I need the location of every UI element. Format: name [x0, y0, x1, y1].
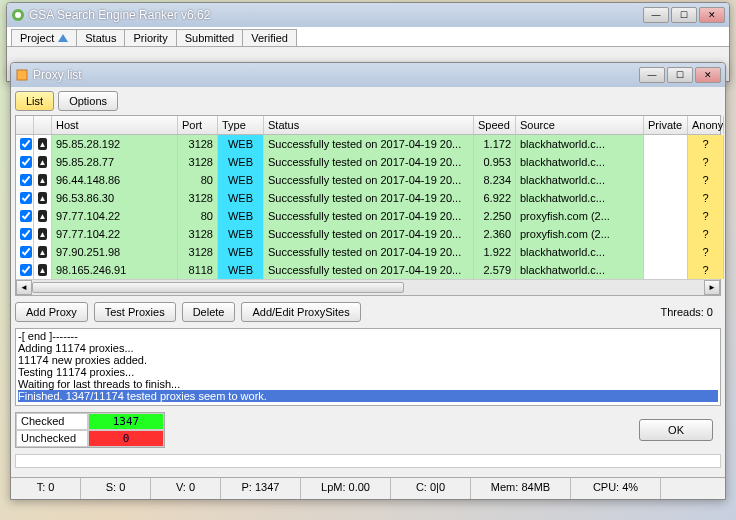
log-line: -[ end ]-------	[18, 330, 718, 342]
checked-label: Checked	[16, 413, 88, 430]
proxy-toolbar: List Options	[11, 87, 725, 115]
col-check[interactable]	[16, 116, 34, 134]
cell-private	[644, 225, 688, 243]
cell-host: 95.85.28.192	[52, 135, 178, 153]
col-host[interactable]: Host	[52, 116, 178, 134]
table-row[interactable]: ▲95.85.28.1923128WEBSuccessfully tested …	[16, 135, 720, 153]
cell-status: Successfully tested on 2017-04-19 20...	[264, 171, 474, 189]
add-edit-proxysites-button[interactable]: Add/Edit ProxySites	[241, 302, 360, 322]
cell-source: blackhatworld.c...	[516, 171, 644, 189]
proxy-title: Proxy list	[33, 68, 639, 82]
cell-anon: ?	[688, 153, 724, 171]
table-row[interactable]: ▲96.44.148.8680WEBSuccessfully tested on…	[16, 171, 720, 189]
cell-speed: 1.172	[474, 135, 516, 153]
add-proxy-button[interactable]: Add Proxy	[15, 302, 88, 322]
col-type[interactable]: Type	[218, 116, 264, 134]
log-output[interactable]: -[ end ]-------Adding 11174 proxies...11…	[15, 328, 721, 406]
proxy-min-button[interactable]: —	[639, 67, 665, 83]
col-speed[interactable]: Speed	[474, 116, 516, 134]
cell-port: 3128	[178, 135, 218, 153]
ok-button[interactable]: OK	[639, 419, 713, 441]
table-row[interactable]: ▲96.53.86.303128WEBSuccessfully tested o…	[16, 189, 720, 207]
row-check[interactable]	[16, 135, 34, 153]
table-row[interactable]: ▲97.90.251.983128WEBSuccessfully tested …	[16, 243, 720, 261]
main-min-button[interactable]: —	[643, 7, 669, 23]
tab-verified[interactable]: Verified	[242, 29, 297, 46]
col-anony[interactable]: Anony...	[688, 116, 724, 134]
cell-status: Successfully tested on 2017-04-19 20...	[264, 261, 474, 279]
cell-anon: ?	[688, 135, 724, 153]
cell-port: 3128	[178, 189, 218, 207]
threads-label: Threads: 0	[660, 306, 721, 318]
svg-point-1	[15, 12, 21, 18]
cell-type: WEB	[218, 207, 264, 225]
table-row[interactable]: ▲95.85.28.773128WEBSuccessfully tested o…	[16, 153, 720, 171]
row-check[interactable]	[16, 171, 34, 189]
status-p: P: 1347	[221, 478, 301, 499]
col-status[interactable]: Status	[264, 116, 474, 134]
list-button[interactable]: List	[15, 91, 54, 111]
proxy-max-button[interactable]: ☐	[667, 67, 693, 83]
up-arrow-icon: ▲	[34, 189, 52, 207]
unchecked-value: 0	[88, 430, 164, 447]
cell-host: 98.165.246.91	[52, 261, 178, 279]
scroll-left-icon[interactable]: ◄	[16, 280, 32, 295]
cell-type: WEB	[218, 261, 264, 279]
status-cpu: CPU: 4%	[571, 478, 661, 499]
table-row[interactable]: ▲97.77.104.2280WEBSuccessfully tested on…	[16, 207, 720, 225]
cell-anon: ?	[688, 243, 724, 261]
cell-status: Successfully tested on 2017-04-19 20...	[264, 153, 474, 171]
cell-port: 80	[178, 207, 218, 225]
statusbar: T: 0 S: 0 V: 0 P: 1347 LpM: 0.00 C: 0|0 …	[11, 477, 725, 499]
proxy-titlebar[interactable]: Proxy list — ☐ ✕	[11, 63, 725, 87]
tab-priority[interactable]: Priority	[124, 29, 176, 46]
test-proxies-button[interactable]: Test Proxies	[94, 302, 176, 322]
log-line: Waiting for last threads to finish...	[18, 378, 718, 390]
row-check[interactable]	[16, 243, 34, 261]
col-port[interactable]: Port	[178, 116, 218, 134]
cell-type: WEB	[218, 153, 264, 171]
options-button[interactable]: Options	[58, 91, 118, 111]
log-line: 11174 new proxies added.	[18, 354, 718, 366]
cell-port: 3128	[178, 243, 218, 261]
tab-status[interactable]: Status	[76, 29, 125, 46]
cell-anon: ?	[688, 171, 724, 189]
status-mem: Mem: 84MB	[471, 478, 571, 499]
table-row[interactable]: ▲98.165.246.918118WEBSuccessfully tested…	[16, 261, 720, 279]
cell-type: WEB	[218, 189, 264, 207]
app-icon	[11, 8, 25, 22]
cell-source: blackhatworld.c...	[516, 189, 644, 207]
up-arrow-icon: ▲	[34, 261, 52, 279]
tab-project[interactable]: Project	[11, 29, 77, 46]
row-check[interactable]	[16, 189, 34, 207]
col-private[interactable]: Private	[644, 116, 688, 134]
col-source[interactable]: Source	[516, 116, 644, 134]
log-line: Finished. 1347/11174 tested proxies seem…	[18, 390, 718, 402]
main-max-button[interactable]: ☐	[671, 7, 697, 23]
main-tabs: Project Status Priority Submitted Verifi…	[7, 27, 729, 47]
cell-private	[644, 171, 688, 189]
log-line: Adding 11174 proxies...	[18, 342, 718, 354]
horizontal-scrollbar[interactable]: ◄ ►	[16, 279, 720, 295]
up-arrow-icon: ▲	[34, 135, 52, 153]
tab-submitted[interactable]: Submitted	[176, 29, 244, 46]
row-check[interactable]	[16, 153, 34, 171]
cell-type: WEB	[218, 135, 264, 153]
cell-anon: ?	[688, 207, 724, 225]
row-check[interactable]	[16, 207, 34, 225]
main-titlebar[interactable]: GSA Search Engine Ranker v6.62 — ☐ ✕	[7, 3, 729, 27]
row-check[interactable]	[16, 225, 34, 243]
cell-anon: ?	[688, 189, 724, 207]
cell-anon: ?	[688, 225, 724, 243]
table-row[interactable]: ▲97.77.104.223128WEBSuccessfully tested …	[16, 225, 720, 243]
count-table: Checked 1347 Unchecked 0	[15, 412, 165, 448]
row-check[interactable]	[16, 261, 34, 279]
delete-button[interactable]: Delete	[182, 302, 236, 322]
cell-source: blackhatworld.c...	[516, 135, 644, 153]
scroll-right-icon[interactable]: ►	[704, 280, 720, 295]
cell-speed: 6.922	[474, 189, 516, 207]
proxy-close-button[interactable]: ✕	[695, 67, 721, 83]
proxy-icon	[15, 68, 29, 82]
col-arrow[interactable]	[34, 116, 52, 134]
main-close-button[interactable]: ✕	[699, 7, 725, 23]
